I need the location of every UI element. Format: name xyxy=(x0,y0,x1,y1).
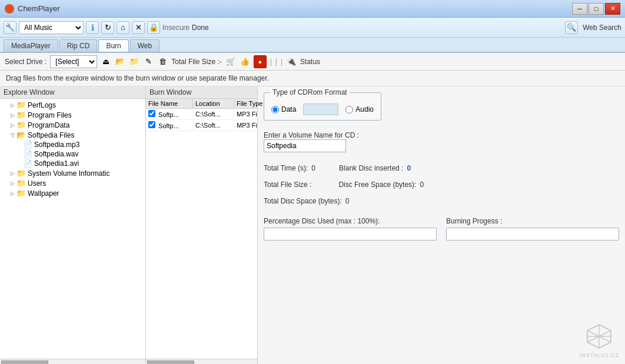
title-controls: ─ □ ✕ xyxy=(572,3,620,15)
tree-label-softpedia1avi: Softpedia1.avi xyxy=(34,159,79,168)
tree-item-systemvolume[interactable]: ▷ 📁 System Volume Informatic xyxy=(1,168,144,178)
expander-softpediawav xyxy=(15,150,24,158)
tree-label-systemvolume: System Volume Informatic xyxy=(28,169,109,178)
tree-item-softpediamp3[interactable]: 📄 Softpedia.mp3 xyxy=(1,140,144,149)
maximize-button[interactable]: □ xyxy=(589,3,604,15)
file-icon-softpediawav: 📄 xyxy=(24,150,32,158)
search-icon[interactable]: 🔍 xyxy=(565,21,578,34)
app-icon xyxy=(5,4,14,14)
web-search-label: Web Search xyxy=(583,24,621,32)
stats-mid-row: Total File Size : Disc Free Space (bytes… xyxy=(264,181,619,189)
total-disc-space-label: Total Disc Space (bytes): xyxy=(264,197,342,205)
home-icon[interactable]: ⌂ xyxy=(117,21,129,34)
radio-audio[interactable] xyxy=(345,106,353,113)
folder-icon-softpediafiles: 📂 xyxy=(16,131,26,139)
burn-title: Burn Window xyxy=(146,86,257,99)
lock-icon[interactable]: 🔒 xyxy=(147,21,160,34)
tree-item-wallpaper[interactable]: ▷ 📁 Wallpaper xyxy=(1,188,144,198)
data-label: Data xyxy=(281,105,296,113)
wrench-icon[interactable]: 🔧 xyxy=(4,21,16,34)
tree-label-programdata: ProgramData xyxy=(28,121,69,129)
folder-icon-perflogs: 📁 xyxy=(16,101,26,109)
tab-ripcd[interactable]: Rip CD xyxy=(59,39,98,52)
burning-label: Burning Progess : xyxy=(446,217,619,225)
tree-label-softpediamp3: Softpedia.mp3 xyxy=(34,141,79,149)
volume-input[interactable] xyxy=(264,139,346,152)
folder-icon-users: 📁 xyxy=(16,179,26,188)
stat-total-time: Total Time (s): 0 xyxy=(264,164,315,172)
tab-web[interactable]: Web xyxy=(130,39,159,52)
expander-wallpaper: ▷ xyxy=(8,189,16,198)
tree-label-programfiles: Program Files xyxy=(28,111,72,119)
burn-checkbox-1[interactable] xyxy=(148,110,155,117)
burn-checkbox-2[interactable] xyxy=(148,121,155,128)
tree-item-programdata[interactable]: ▷ 📁 ProgramData xyxy=(1,120,144,130)
volume-label: Enter a Volume Name for CD : xyxy=(264,131,619,139)
expander-systemvolume: ▷ xyxy=(8,169,16,178)
edit-icon[interactable]: ✎ xyxy=(143,56,154,67)
radio-data[interactable] xyxy=(271,106,279,113)
cdrom-format-legend: Type of CDRom Format xyxy=(270,88,350,96)
stat-disc-free-space: Disc Free Space (bytes): 0 xyxy=(338,181,424,189)
tree-item-softpedia1avi[interactable]: 📄 Softpedia1.avi xyxy=(1,159,144,168)
tree-item-users[interactable]: ▷ 📁 Users xyxy=(1,178,144,188)
explore-scroll-thumb[interactable] xyxy=(1,360,48,365)
folder-icon-programdata: 📁 xyxy=(16,121,26,129)
stop-icon[interactable]: ✕ xyxy=(132,21,145,34)
insecure-label: Insecure xyxy=(162,24,190,32)
pipe2: | xyxy=(275,58,277,66)
radio-group-format: Data Audio xyxy=(271,103,374,115)
cdrom-format-box: Type of CDRom Format Data Audio xyxy=(264,92,381,121)
tree-container[interactable]: ▷ 📁 PerfLogs ▷ 📁 Program Files ▷ 📁 Progr… xyxy=(0,99,145,359)
folder-icon[interactable]: 📁 xyxy=(129,56,139,67)
folder-open-icon[interactable]: 📂 xyxy=(115,56,125,67)
refresh-icon[interactable]: ↻ xyxy=(101,21,114,34)
stats-bottom-row: Total Disc Space (bytes): 0 xyxy=(264,197,619,205)
basket-icon[interactable]: 🛒 xyxy=(225,56,236,67)
thumbsup-icon[interactable]: 👍 xyxy=(240,56,250,67)
progress-group-burning: Burning Progess : xyxy=(446,217,619,241)
burn-row-2: Softp... C:\Soft... MP3 File 2( xyxy=(146,120,257,131)
info-icon[interactable]: ℹ xyxy=(86,21,99,34)
tab-mediaplayer[interactable]: MediaPlayer xyxy=(4,39,58,52)
tab-burn[interactable]: Burn xyxy=(98,39,128,52)
tree-item-softpediafiles[interactable]: ▽ 📂 Softpedia Files xyxy=(1,130,144,140)
burn-cell-name-2: Softp... xyxy=(146,120,193,131)
tree-item-softpediawav[interactable]: 📄 Softpedia.wav xyxy=(1,149,144,159)
record-icon[interactable]: ● xyxy=(254,55,267,68)
tree-label-softpediawav: Softpedia.wav xyxy=(34,150,78,158)
total-file-size-label: Total File Size :- xyxy=(171,58,221,66)
expander-softpediafiles: ▽ xyxy=(8,131,16,139)
radio-audio-label[interactable]: Audio xyxy=(345,105,374,113)
drive-select[interactable]: [Select] xyxy=(50,55,97,68)
title-bar-left: ChemPlayer xyxy=(5,4,60,14)
audio-label: Audio xyxy=(355,105,374,113)
tree-item-perflogs[interactable]: ▷ 📁 PerfLogs xyxy=(1,100,144,110)
tree-label-perflogs: PerfLogs xyxy=(28,101,56,109)
volume-section: Enter a Volume Name for CD : xyxy=(264,131,619,152)
watermark-text: INSTALUJ.CZ xyxy=(580,352,619,358)
expander-softpedia1avi xyxy=(15,159,24,168)
delete-icon[interactable]: 🗑 xyxy=(157,56,168,67)
folder-icon-systemvolume: 📁 xyxy=(16,169,26,178)
burn-cell-name-1: Softp... xyxy=(146,109,193,119)
eject-icon[interactable]: ⏏ xyxy=(101,56,111,67)
file-icon-softpediamp3: 📄 xyxy=(24,141,32,149)
blank-disc-label: Blank Disc inserted : xyxy=(339,164,403,172)
explore-scrollbar-h[interactable] xyxy=(0,359,145,364)
burn-scroll-thumb[interactable] xyxy=(147,360,194,365)
all-music-select[interactable]: All Music xyxy=(19,21,84,34)
close-button[interactable]: ✕ xyxy=(605,3,620,15)
plug-icon[interactable]: 🔌 xyxy=(286,56,297,67)
nav-tabs: MediaPlayer Rip CD Burn Web xyxy=(0,38,625,53)
tree-item-programfiles[interactable]: ▷ 📁 Program Files xyxy=(1,110,144,120)
minimize-button[interactable]: ─ xyxy=(572,3,587,15)
burn-table-body: Softp... C:\Soft... MP3 File 2( Softp...… xyxy=(146,109,257,359)
burn-scrollbar-h[interactable] xyxy=(146,359,257,364)
radio-data-label[interactable]: Data xyxy=(271,105,296,113)
burn-cell-type-1: MP3 File xyxy=(234,109,257,119)
select-drive-label: Select Drive : xyxy=(5,58,46,66)
burn-cell-location-1: C:\Soft... xyxy=(193,109,234,119)
stat-blank-disc: Blank Disc inserted : 0 xyxy=(339,164,411,172)
explore-title: Explore Window xyxy=(0,86,145,99)
